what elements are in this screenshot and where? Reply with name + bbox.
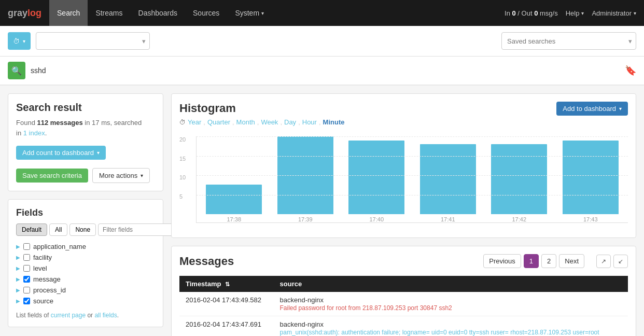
histogram-timelinks: ⏱ Year, Quarter, Month, Week, Day, Hour,… <box>179 118 344 126</box>
time-quarter[interactable]: Quarter <box>207 118 230 126</box>
clock-icon: ⏱ <box>13 37 20 45</box>
field-item-level: ▶ level <box>16 263 155 274</box>
add-count-label: Add count to dashboard <box>22 149 94 157</box>
nav-item-sources[interactable]: Sources <box>185 0 227 26</box>
messages-panel-body: Messages Previous 1 2 Next ↗ ↙ <box>172 246 636 336</box>
col-timestamp[interactable]: Timestamp ⇅ <box>179 276 274 292</box>
msg-detail-2: pam_unix(sshd:auth): authentication fail… <box>280 329 599 336</box>
clock-icon: ⏱ <box>179 119 186 126</box>
index-link[interactable]: 1 index <box>23 129 45 137</box>
help-menu[interactable]: Help ▾ <box>566 9 584 17</box>
expand-arrow-facility[interactable]: ▶ <box>16 255 20 260</box>
histogram-add-label: Add to dashboard <box>563 105 616 113</box>
sort-icon: ⇅ <box>225 281 230 287</box>
found-count: 112 <box>37 119 48 127</box>
pagination-next[interactable]: Next <box>559 254 584 268</box>
expand-arrow-process-id[interactable]: ▶ <box>16 287 20 293</box>
histogram-add-to-dashboard-button[interactable]: Add to dashboard ▾ <box>556 102 628 116</box>
messages-pagination: Previous 1 2 Next <box>483 254 584 268</box>
msg-source-1: backend-nginx Failed password for root f… <box>274 292 628 316</box>
messages-title: Messages <box>179 255 234 268</box>
saved-searches-wrapper <box>501 32 636 50</box>
save-search-label: Save search criteria <box>22 172 82 179</box>
messages-panel: Messages Previous 1 2 Next ↗ ↙ <box>171 246 636 336</box>
chart-bar-1742[interactable] <box>491 144 547 214</box>
fields-title: Fields <box>16 207 155 218</box>
current-page-link[interactable]: current page <box>51 312 86 319</box>
time-ms: 17 <box>92 119 99 127</box>
query-input[interactable] <box>31 63 620 78</box>
field-label-facility: facility <box>33 254 52 261</box>
field-label-process-id: process_id <box>33 286 66 294</box>
pagination-previous[interactable]: Previous <box>483 254 521 268</box>
time-minute[interactable]: Minute <box>323 118 345 126</box>
table-row: 2016-02-04 17:43:47.691 backend-nginx pa… <box>179 316 628 337</box>
fields-filter-all[interactable]: All <box>49 223 67 236</box>
x-label-1739: 17:39 <box>271 216 341 222</box>
expand-in-button[interactable]: ↙ <box>613 255 628 268</box>
chart-bar-1738[interactable] <box>206 185 262 214</box>
time-year[interactable]: Year <box>188 118 201 126</box>
histogram-title: Histogram <box>179 102 344 115</box>
msg-source-2: backend-nginx pam_unix(sshd:auth): authe… <box>274 316 628 337</box>
more-actions-button[interactable]: More actions ▾ <box>92 168 150 183</box>
field-item-source: ▶ source <box>16 296 155 306</box>
action-row: Save search criteria More actions ▾ <box>16 168 155 183</box>
help-label: Help <box>566 9 580 17</box>
time-day[interactable]: Day <box>284 118 296 126</box>
save-search-button[interactable]: Save search criteria <box>16 169 88 183</box>
field-checkbox-level[interactable] <box>23 265 30 272</box>
nav-item-search[interactable]: Search <box>49 0 88 26</box>
expand-arrow-level[interactable]: ▶ <box>16 265 20 271</box>
nav-item-dashboards[interactable]: Dashboards <box>131 0 186 26</box>
field-checkbox-message[interactable] <box>23 276 30 283</box>
fields-footer: List fields of current page or all field… <box>16 312 155 319</box>
x-label-1740: 17:40 <box>342 216 412 222</box>
time-range-input[interactable]: Search in the last 5 minutes <box>36 32 150 50</box>
field-checkbox-facility[interactable] <box>23 254 30 261</box>
bookmark-icon: 🔖 <box>625 65 636 76</box>
time-week[interactable]: Week <box>261 118 278 126</box>
system-caret-icon: ▾ <box>261 10 264 16</box>
source-label: source <box>280 280 302 288</box>
chart-bar-1740[interactable] <box>348 141 404 215</box>
fields-filter-default[interactable]: Default <box>16 223 47 236</box>
out-value: 0 <box>534 9 538 17</box>
x-label-1741: 17:41 <box>413 216 483 222</box>
field-label-application-name: application_name <box>33 243 86 250</box>
chart-bar-1743[interactable] <box>563 141 619 215</box>
expand-arrow-message[interactable]: ▶ <box>16 276 20 282</box>
time-hour[interactable]: Hour <box>302 118 317 126</box>
field-checkbox-source[interactable] <box>23 298 30 304</box>
logo-text: graylog <box>8 8 41 19</box>
fields-panel: Fields Default All None ▶ application_na… <box>8 199 163 327</box>
chart-x-labels: 17:38 17:39 17:40 17:41 17:42 17:43 <box>197 214 628 222</box>
grid-line-10 <box>197 175 628 176</box>
field-checkbox-application-name[interactable] <box>23 243 30 250</box>
main-content: Histogram ⏱ Year, Quarter, Month, Week, … <box>171 93 636 336</box>
grid-line-15 <box>197 156 628 157</box>
field-checkbox-process-id[interactable] <box>23 287 30 293</box>
brand-logo[interactable]: graylog <box>8 8 41 19</box>
expand-out-button[interactable]: ↗ <box>596 255 611 268</box>
sidebar: Search result Found 112 messages in 17 m… <box>8 93 163 327</box>
time-range-button[interactable]: ⏱ ▾ <box>8 32 31 50</box>
admin-menu[interactable]: Administrator ▾ <box>592 9 636 17</box>
saved-searches-input[interactable] <box>501 32 636 50</box>
field-list: ▶ application_name ▶ facility ▶ level ▶ <box>16 241 155 306</box>
nav-item-streams[interactable]: Streams <box>88 0 130 26</box>
fields-filter-none[interactable]: None <box>69 223 96 236</box>
expand-arrow-application-name[interactable]: ▶ <box>16 244 20 249</box>
time-month[interactable]: Month <box>236 118 255 126</box>
pagination-page1[interactable]: 1 <box>524 254 539 268</box>
metric-display: In 0 / Out 0 msg/s <box>505 9 558 17</box>
chart-bar-1741[interactable] <box>420 144 476 214</box>
pagination-page2[interactable]: 2 <box>541 254 556 268</box>
expand-arrow-source[interactable]: ▶ <box>16 298 20 304</box>
add-count-to-dashboard-button[interactable]: Add count to dashboard ▾ <box>16 146 106 160</box>
fields-filter-row: Default All None <box>16 223 155 236</box>
nav-item-system[interactable]: System ▾ <box>227 0 272 26</box>
search-execute-button[interactable]: 🔍 <box>8 62 25 79</box>
nav-dashboards-label: Dashboards <box>138 9 178 17</box>
all-fields-link[interactable]: all fields <box>94 312 117 319</box>
